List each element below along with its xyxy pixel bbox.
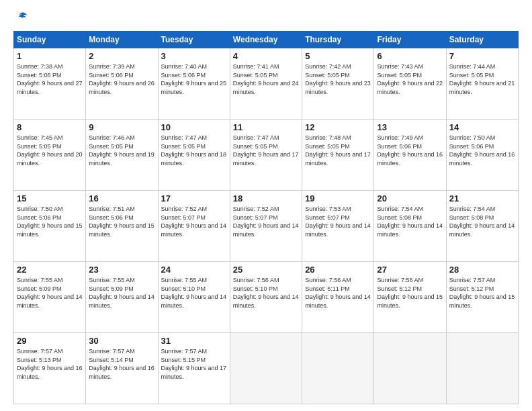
logo-bird-icon bbox=[16, 11, 30, 24]
day-info: Sunrise: 7:39 AMSunset: 5:06 PMDaylight:… bbox=[89, 62, 154, 96]
week-row-2: 8Sunrise: 7:45 AMSunset: 5:05 PMDaylight… bbox=[14, 120, 519, 191]
day-cell-18: 18Sunrise: 7:52 AMSunset: 5:07 PMDayligh… bbox=[230, 191, 302, 262]
weekday-header-monday: Monday bbox=[86, 32, 158, 48]
day-info: Sunrise: 7:45 AMSunset: 5:05 PMDaylight:… bbox=[17, 134, 83, 167]
day-info: Sunrise: 7:54 AMSunset: 5:08 PMDaylight:… bbox=[449, 205, 515, 238]
day-number: 3 bbox=[161, 51, 227, 61]
day-number: 27 bbox=[377, 265, 443, 275]
day-cell-2: 2Sunrise: 7:39 AMSunset: 5:06 PMDaylight… bbox=[86, 48, 158, 120]
day-cell-26: 26Sunrise: 7:56 AMSunset: 5:11 PMDayligh… bbox=[302, 262, 374, 333]
day-info: Sunrise: 7:46 AMSunset: 5:05 PMDaylight:… bbox=[89, 134, 154, 167]
day-number: 22 bbox=[17, 265, 83, 275]
day-info: Sunrise: 7:47 AMSunset: 5:05 PMDaylight:… bbox=[161, 134, 227, 167]
day-number: 12 bbox=[305, 122, 371, 132]
logo bbox=[13, 11, 31, 24]
day-cell-10: 10Sunrise: 7:47 AMSunset: 5:05 PMDayligh… bbox=[158, 120, 230, 191]
day-cell-6: 6Sunrise: 7:43 AMSunset: 5:05 PMDaylight… bbox=[374, 48, 446, 120]
empty-cell bbox=[230, 333, 302, 404]
day-info: Sunrise: 7:44 AMSunset: 5:05 PMDaylight:… bbox=[449, 62, 515, 96]
day-number: 24 bbox=[161, 265, 227, 275]
day-number: 6 bbox=[377, 51, 443, 61]
week-row-3: 15Sunrise: 7:50 AMSunset: 5:06 PMDayligh… bbox=[14, 191, 519, 262]
day-number: 4 bbox=[233, 51, 299, 61]
day-info: Sunrise: 7:49 AMSunset: 5:06 PMDaylight:… bbox=[377, 134, 443, 167]
page: SundayMondayTuesdayWednesdayThursdayFrid… bbox=[0, 0, 532, 411]
day-number: 30 bbox=[89, 336, 154, 346]
day-number: 7 bbox=[449, 51, 515, 61]
empty-cell bbox=[374, 333, 446, 404]
day-info: Sunrise: 7:50 AMSunset: 5:06 PMDaylight:… bbox=[17, 205, 83, 238]
day-number: 8 bbox=[17, 122, 83, 132]
day-info: Sunrise: 7:57 AMSunset: 5:12 PMDaylight:… bbox=[449, 276, 515, 310]
day-cell-29: 29Sunrise: 7:57 AMSunset: 5:13 PMDayligh… bbox=[14, 333, 86, 404]
day-cell-13: 13Sunrise: 7:49 AMSunset: 5:06 PMDayligh… bbox=[374, 120, 446, 191]
day-number: 19 bbox=[305, 193, 371, 203]
day-info: Sunrise: 7:43 AMSunset: 5:05 PMDaylight:… bbox=[377, 62, 443, 96]
weekday-header-sunday: Sunday bbox=[14, 32, 86, 48]
day-number: 26 bbox=[305, 265, 371, 275]
day-info: Sunrise: 7:52 AMSunset: 5:07 PMDaylight:… bbox=[161, 205, 227, 238]
day-cell-17: 17Sunrise: 7:52 AMSunset: 5:07 PMDayligh… bbox=[158, 191, 230, 262]
day-number: 13 bbox=[377, 122, 443, 132]
day-number: 10 bbox=[161, 122, 227, 132]
day-info: Sunrise: 7:48 AMSunset: 5:05 PMDaylight:… bbox=[305, 134, 371, 167]
day-cell-25: 25Sunrise: 7:56 AMSunset: 5:10 PMDayligh… bbox=[230, 262, 302, 333]
day-info: Sunrise: 7:57 AMSunset: 5:13 PMDaylight:… bbox=[17, 347, 83, 381]
day-number: 29 bbox=[17, 336, 83, 346]
day-cell-1: 1Sunrise: 7:38 AMSunset: 5:06 PMDaylight… bbox=[14, 48, 86, 120]
day-number: 28 bbox=[449, 265, 515, 275]
day-cell-14: 14Sunrise: 7:50 AMSunset: 5:06 PMDayligh… bbox=[446, 120, 518, 191]
day-info: Sunrise: 7:55 AMSunset: 5:09 PMDaylight:… bbox=[17, 276, 83, 310]
weekday-header-tuesday: Tuesday bbox=[158, 32, 230, 48]
day-cell-22: 22Sunrise: 7:55 AMSunset: 5:09 PMDayligh… bbox=[14, 262, 86, 333]
day-cell-24: 24Sunrise: 7:55 AMSunset: 5:10 PMDayligh… bbox=[158, 262, 230, 333]
weekday-header-wednesday: Wednesday bbox=[230, 32, 302, 48]
day-number: 18 bbox=[233, 193, 299, 203]
day-number: 2 bbox=[89, 51, 154, 61]
weekday-header-row: SundayMondayTuesdayWednesdayThursdayFrid… bbox=[14, 32, 519, 48]
day-cell-21: 21Sunrise: 7:54 AMSunset: 5:08 PMDayligh… bbox=[446, 191, 518, 262]
day-info: Sunrise: 7:40 AMSunset: 5:06 PMDaylight:… bbox=[161, 62, 227, 96]
day-info: Sunrise: 7:53 AMSunset: 5:07 PMDaylight:… bbox=[305, 205, 371, 238]
day-number: 1 bbox=[17, 51, 83, 61]
calendar-table: SundayMondayTuesdayWednesdayThursdayFrid… bbox=[13, 31, 519, 404]
week-row-5: 29Sunrise: 7:57 AMSunset: 5:13 PMDayligh… bbox=[14, 333, 519, 404]
weekday-header-thursday: Thursday bbox=[302, 32, 374, 48]
day-cell-30: 30Sunrise: 7:57 AMSunset: 5:14 PMDayligh… bbox=[86, 333, 158, 404]
day-number: 14 bbox=[449, 122, 515, 132]
day-number: 21 bbox=[449, 193, 515, 203]
day-cell-9: 9Sunrise: 7:46 AMSunset: 5:05 PMDaylight… bbox=[86, 120, 158, 191]
day-info: Sunrise: 7:50 AMSunset: 5:06 PMDaylight:… bbox=[449, 134, 515, 167]
day-cell-31: 31Sunrise: 7:57 AMSunset: 5:15 PMDayligh… bbox=[158, 333, 230, 404]
day-info: Sunrise: 7:47 AMSunset: 5:05 PMDaylight:… bbox=[233, 134, 299, 167]
weekday-header-friday: Friday bbox=[374, 32, 446, 48]
day-cell-19: 19Sunrise: 7:53 AMSunset: 5:07 PMDayligh… bbox=[302, 191, 374, 262]
day-info: Sunrise: 7:41 AMSunset: 5:05 PMDaylight:… bbox=[233, 62, 299, 96]
day-number: 11 bbox=[233, 122, 299, 132]
day-number: 5 bbox=[305, 51, 371, 61]
day-number: 20 bbox=[377, 193, 443, 203]
day-number: 17 bbox=[161, 193, 227, 203]
day-number: 15 bbox=[17, 193, 83, 203]
day-cell-27: 27Sunrise: 7:56 AMSunset: 5:12 PMDayligh… bbox=[374, 262, 446, 333]
day-info: Sunrise: 7:56 AMSunset: 5:10 PMDaylight:… bbox=[233, 276, 299, 310]
day-number: 23 bbox=[89, 265, 154, 275]
day-number: 31 bbox=[161, 336, 227, 346]
day-cell-12: 12Sunrise: 7:48 AMSunset: 5:05 PMDayligh… bbox=[302, 120, 374, 191]
day-cell-5: 5Sunrise: 7:42 AMSunset: 5:05 PMDaylight… bbox=[302, 48, 374, 120]
header bbox=[13, 11, 519, 24]
day-info: Sunrise: 7:51 AMSunset: 5:06 PMDaylight:… bbox=[89, 205, 154, 238]
empty-cell bbox=[302, 333, 374, 404]
day-cell-16: 16Sunrise: 7:51 AMSunset: 5:06 PMDayligh… bbox=[86, 191, 158, 262]
weekday-header-saturday: Saturday bbox=[446, 32, 518, 48]
day-cell-3: 3Sunrise: 7:40 AMSunset: 5:06 PMDaylight… bbox=[158, 48, 230, 120]
day-info: Sunrise: 7:57 AMSunset: 5:14 PMDaylight:… bbox=[89, 347, 154, 381]
day-number: 25 bbox=[233, 265, 299, 275]
week-row-4: 22Sunrise: 7:55 AMSunset: 5:09 PMDayligh… bbox=[14, 262, 519, 333]
day-info: Sunrise: 7:52 AMSunset: 5:07 PMDaylight:… bbox=[233, 205, 299, 238]
day-cell-7: 7Sunrise: 7:44 AMSunset: 5:05 PMDaylight… bbox=[446, 48, 518, 120]
day-number: 9 bbox=[89, 122, 154, 132]
day-info: Sunrise: 7:38 AMSunset: 5:06 PMDaylight:… bbox=[17, 62, 83, 96]
week-row-1: 1Sunrise: 7:38 AMSunset: 5:06 PMDaylight… bbox=[14, 48, 519, 120]
day-cell-20: 20Sunrise: 7:54 AMSunset: 5:08 PMDayligh… bbox=[374, 191, 446, 262]
